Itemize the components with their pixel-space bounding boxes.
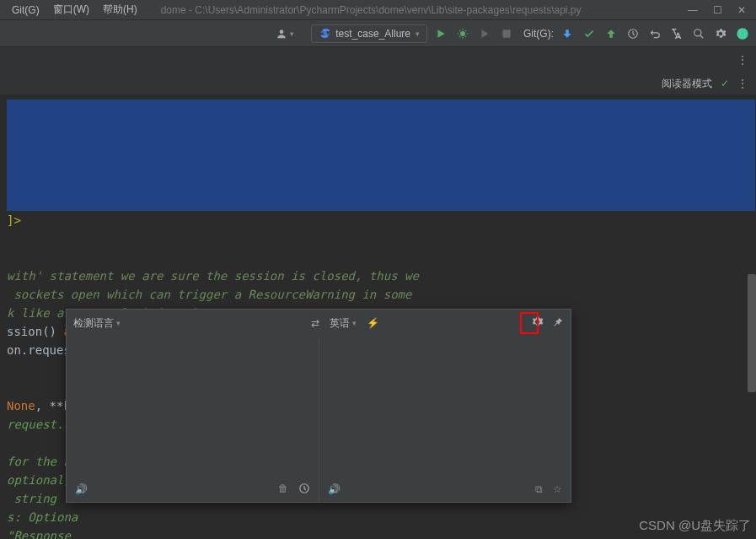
history-button[interactable] <box>298 482 310 497</box>
speak-source-button[interactable]: 🔊 <box>75 483 88 495</box>
selection-highlight <box>7 100 755 211</box>
git-push-button[interactable] <box>603 25 619 42</box>
delete-button[interactable]: 🗑 <box>278 482 288 497</box>
window-controls: — ☐ ✕ <box>688 4 751 16</box>
source-text-col: 🔊 🗑 <box>67 337 319 502</box>
user-icon <box>276 28 287 40</box>
search-button[interactable] <box>690 25 707 42</box>
debug-button[interactable] <box>454 25 471 42</box>
user-dropdown[interactable]: ▾ <box>276 28 294 40</box>
git-rollback-button[interactable] <box>646 25 663 42</box>
more-icon[interactable]: ⋮ <box>737 54 748 66</box>
target-text-area <box>319 337 571 477</box>
maximize-button[interactable]: ☐ <box>713 4 722 16</box>
svg-point-5 <box>737 28 748 39</box>
minimize-button[interactable]: — <box>688 4 698 16</box>
speak-target-button[interactable]: 🔊 <box>328 483 340 495</box>
watermark: CSDN @U盘失踪了 <box>639 518 751 534</box>
git-commit-button[interactable] <box>581 25 598 42</box>
toolbar: ▾ test_case_Allure ▾ Git(G): <box>0 20 756 47</box>
chevron-down-icon: ▾ <box>416 30 420 38</box>
check-icon[interactable]: ✓ <box>721 78 729 89</box>
coverage-button[interactable] <box>476 25 493 42</box>
translate-header: 检测语言▾ ⇄ 英语▾ ⚡ <box>67 310 571 337</box>
translate-settings-button[interactable] <box>531 315 544 331</box>
svg-point-4 <box>694 29 701 35</box>
editor-subheader: 阅读器模式 ✓ ⋮ <box>0 73 756 94</box>
translate-popup: 检测语言▾ ⇄ 英语▾ ⚡ 🔊 🗑 <box>66 309 571 503</box>
git-label: Git(G): <box>523 28 554 40</box>
run-config-selector[interactable]: test_case_Allure ▾ <box>311 24 427 43</box>
run-config-label: test_case_Allure <box>335 28 410 40</box>
title-path: dome - C:\Users\Administrator\PycharmPro… <box>161 4 688 16</box>
titlebar: Git(G) 窗口(W) 帮助(H) dome - C:\Users\Admin… <box>0 0 756 20</box>
git-history-button[interactable] <box>625 25 641 42</box>
svg-point-1 <box>460 31 465 36</box>
translate-body: 🔊 🗑 🔊 ⧉ ☆ <box>67 337 571 502</box>
menu-help[interactable]: 帮助(H) <box>96 1 144 19</box>
run-button[interactable] <box>432 25 449 42</box>
scrollbar-thumb[interactable] <box>748 274 756 392</box>
git-update-button[interactable] <box>559 25 576 42</box>
instant-icon[interactable]: ⚡ <box>367 317 379 329</box>
source-lang-selector[interactable]: 检测语言▾ <box>73 316 121 331</box>
close-button[interactable]: ✕ <box>737 4 746 16</box>
settings-button[interactable] <box>712 25 729 42</box>
emoji-icon[interactable] <box>734 25 751 42</box>
python-icon <box>319 28 330 40</box>
star-button[interactable]: ☆ <box>553 483 562 495</box>
pin-button[interactable] <box>552 316 564 331</box>
profile-button[interactable] <box>498 25 515 42</box>
swap-lang-button[interactable]: ⇄ <box>311 317 319 329</box>
target-lang-selector[interactable]: 英语▾ <box>330 316 357 331</box>
copy-button[interactable]: ⧉ <box>535 483 543 495</box>
reader-mode-label[interactable]: 阅读器模式 <box>662 77 712 91</box>
translate-button[interactable] <box>668 25 685 42</box>
menu-window[interactable]: 窗口(W) <box>46 1 96 19</box>
svg-rect-2 <box>502 30 510 37</box>
source-text-area[interactable] <box>67 337 319 477</box>
editor-header: ⋮ <box>0 47 756 73</box>
svg-point-0 <box>280 30 284 34</box>
target-text-col: 🔊 ⧉ ☆ <box>319 337 571 502</box>
menu-git[interactable]: Git(G) <box>5 3 46 18</box>
gutter-more-icon[interactable]: ⋮ <box>737 78 748 89</box>
